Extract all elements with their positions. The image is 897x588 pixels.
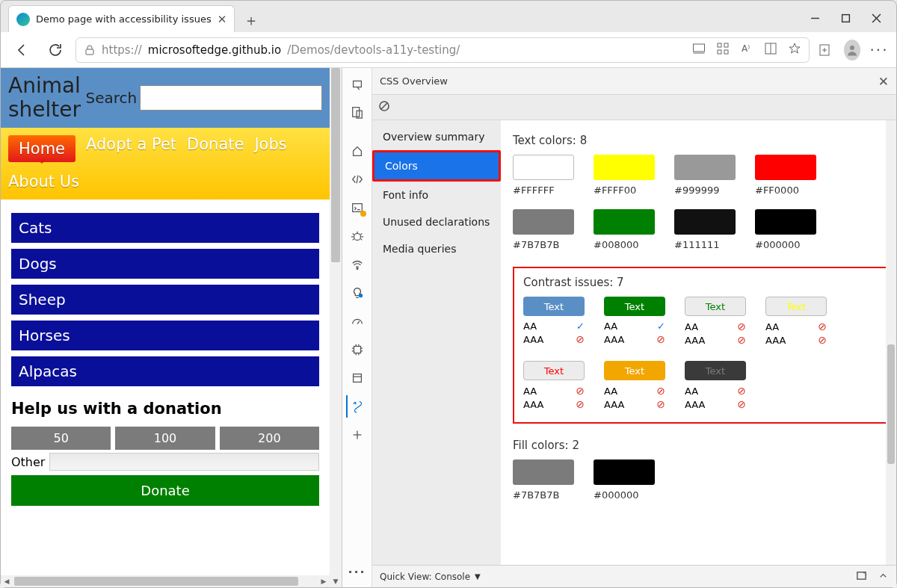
color-swatch[interactable]: #7B7B7B: [513, 459, 574, 501]
application-icon[interactable]: [346, 367, 369, 389]
bug-icon[interactable]: [346, 225, 369, 247]
contrast-item[interactable]: Text AA✓AAA⊘: [604, 297, 665, 346]
donation-amount[interactable]: 100: [115, 427, 215, 450]
main-nav: Home Adopt a Pet Donate Jobs About Us: [1, 128, 330, 199]
nav-donate[interactable]: Donate: [187, 135, 244, 162]
list-item[interactable]: Dogs: [11, 249, 319, 279]
performance-icon[interactable]: [346, 310, 369, 332]
nav-about[interactable]: About Us: [8, 173, 322, 191]
refresh-button[interactable]: [43, 37, 68, 63]
quick-view-value[interactable]: Console: [434, 572, 470, 582]
svg-rect-1: [842, 15, 850, 22]
page-scrollbar-horizontal[interactable]: ◀ ▶: [1, 575, 330, 587]
color-swatch[interactable]: #111111: [674, 209, 736, 250]
contrast-item[interactable]: Text AA⊘AAA⊘: [765, 297, 827, 346]
read-aloud-icon[interactable]: A⁾: [740, 42, 753, 58]
back-button[interactable]: [10, 37, 35, 63]
nav-adopt[interactable]: Adopt a Pet: [86, 135, 176, 162]
sidebar-item-unused[interactable]: Unused declarations: [372, 208, 501, 235]
chevron-up-icon[interactable]: [878, 570, 889, 584]
svg-rect-10: [724, 50, 728, 54]
color-swatch[interactable]: #FFFFFF: [513, 155, 574, 196]
maximize-icon[interactable]: [841, 13, 851, 26]
list-item[interactable]: Cats: [11, 213, 319, 243]
donation-other-label: Other: [11, 455, 45, 469]
list-item[interactable]: Sheep: [11, 285, 319, 315]
address-bar: https://microsoftedge.github.io/Demos/de…: [1, 32, 896, 68]
devtools-settings-icon[interactable]: ···: [346, 560, 369, 583]
devtools: ··· CSS Overview ✕ Overview summary Colo…: [342, 68, 896, 587]
drawer-tool-icon[interactable]: [856, 570, 867, 584]
lock-icon: [84, 44, 96, 56]
donation-amount[interactable]: 50: [11, 427, 111, 450]
device-icon[interactable]: [346, 101, 369, 123]
list-item[interactable]: Horses: [11, 321, 319, 350]
contrast-issues-box: Contrast issues: 7 Text AA✓AAA⊘Text AA✓A…: [513, 267, 889, 424]
inspect-icon[interactable]: [346, 72, 369, 95]
color-swatch[interactable]: #FFFF00: [594, 155, 655, 196]
welcome-icon[interactable]: [346, 140, 369, 162]
collections-icon[interactable]: [817, 43, 833, 58]
color-swatch[interactable]: #999999: [674, 155, 736, 196]
search-label: Search: [86, 89, 138, 107]
tab-close-icon[interactable]: ✕: [218, 13, 227, 26]
donation-amount[interactable]: 200: [220, 427, 319, 450]
favorite-icon[interactable]: [788, 42, 801, 58]
svg-rect-8: [724, 43, 728, 47]
contrast-title: Contrast issues: 7: [523, 276, 878, 289]
color-swatch[interactable]: #000000: [594, 459, 655, 501]
qr-icon[interactable]: [716, 42, 730, 58]
lightbulb-icon[interactable]: [346, 282, 369, 304]
panel-scrollbar[interactable]: [886, 120, 896, 565]
list-item[interactable]: Alpacas: [11, 356, 319, 386]
reader-icon[interactable]: [764, 42, 777, 58]
css-overview-panel: Text colors: 8 #FFFFFF#FFFF00#999999#FF0…: [501, 120, 896, 565]
contrast-item[interactable]: Text AA⊘AAA⊘: [685, 361, 746, 410]
memory-icon[interactable]: [346, 338, 369, 361]
svg-rect-4: [86, 49, 93, 55]
css-overview-icon[interactable]: [346, 395, 369, 418]
chevron-down-icon[interactable]: ▼: [475, 572, 481, 581]
network-icon[interactable]: [346, 253, 369, 276]
quick-view-label: Quick View:: [380, 572, 432, 582]
contrast-item[interactable]: Text AA⊘AAA⊘: [523, 361, 585, 410]
color-swatch[interactable]: #000000: [755, 209, 816, 250]
url-host: microsoftedge.github.io: [148, 43, 281, 57]
color-swatch[interactable]: #008000: [594, 209, 655, 250]
contrast-item[interactable]: Text AA⊘AAA⊘: [685, 297, 746, 346]
more-icon[interactable]: ···: [871, 41, 887, 59]
clear-icon[interactable]: [378, 100, 390, 115]
url-field[interactable]: https://microsoftedge.github.io/Demos/de…: [75, 37, 810, 63]
profile-avatar[interactable]: [844, 40, 860, 61]
devtools-close-icon[interactable]: ✕: [878, 74, 889, 89]
close-window-icon[interactable]: [872, 13, 881, 26]
sidebar-item-overview[interactable]: Overview summary: [372, 123, 501, 150]
color-swatch[interactable]: #FF0000: [755, 155, 816, 196]
page-scrollbar-vertical[interactable]: ▲ ▼: [330, 68, 342, 587]
nav-jobs[interactable]: Jobs: [254, 135, 286, 162]
color-swatch[interactable]: #7B7B7B: [513, 209, 574, 250]
minimize-icon[interactable]: [810, 13, 820, 26]
contrast-item[interactable]: Text AA⊘AAA⊘: [604, 361, 665, 410]
desktop-icon[interactable]: [692, 42, 706, 58]
donate-button[interactable]: Donate: [11, 475, 319, 506]
titlebar: Demo page with accessibility issues ✕ ＋: [1, 1, 896, 32]
devtools-activity-bar: ···: [342, 68, 372, 587]
console-icon[interactable]: [346, 196, 369, 219]
svg-point-24: [358, 294, 362, 297]
new-tab-button[interactable]: ＋: [239, 8, 263, 32]
nav-home[interactable]: Home: [8, 135, 75, 162]
text-color-swatches: #FFFFFF#FFFF00#999999#FF0000#7B7B7B#0080…: [513, 155, 889, 250]
fill-colors-title: Fill colors: 2: [513, 439, 889, 452]
search-input[interactable]: [140, 85, 322, 111]
donation-other-input[interactable]: [49, 453, 319, 471]
sidebar-item-font[interactable]: Font info: [372, 182, 501, 208]
elements-icon[interactable]: [346, 168, 369, 191]
sidebar-item-colors[interactable]: Colors: [374, 152, 499, 179]
more-tools-icon[interactable]: [346, 424, 369, 446]
contrast-item[interactable]: Text AA✓AAA⊘: [523, 297, 585, 346]
sidebar-item-media[interactable]: Media queries: [372, 235, 501, 262]
browser-tab[interactable]: Demo page with accessibility issues ✕: [8, 5, 235, 32]
page-viewport: Animal shelter Search Home Adopt a Pet D…: [1, 68, 342, 587]
tab-title: Demo page with accessibility issues: [36, 13, 212, 25]
